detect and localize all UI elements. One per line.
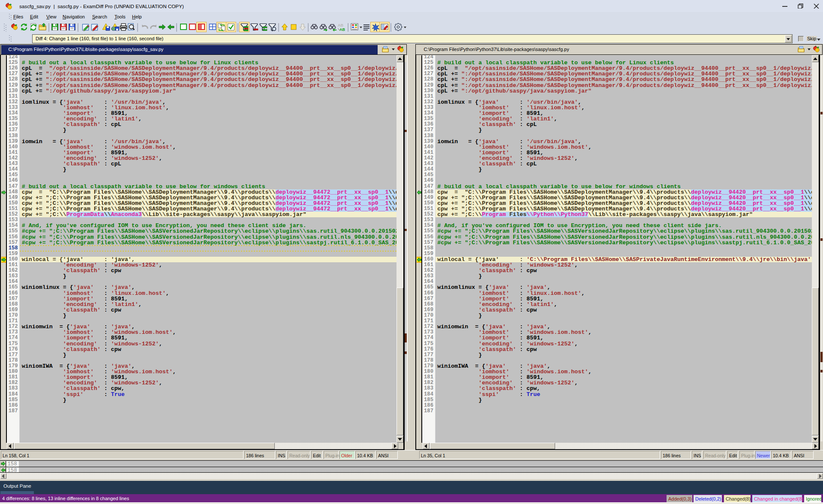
svg-text:AB: AB <box>339 27 345 32</box>
svg-text:AB: AB <box>338 23 343 27</box>
